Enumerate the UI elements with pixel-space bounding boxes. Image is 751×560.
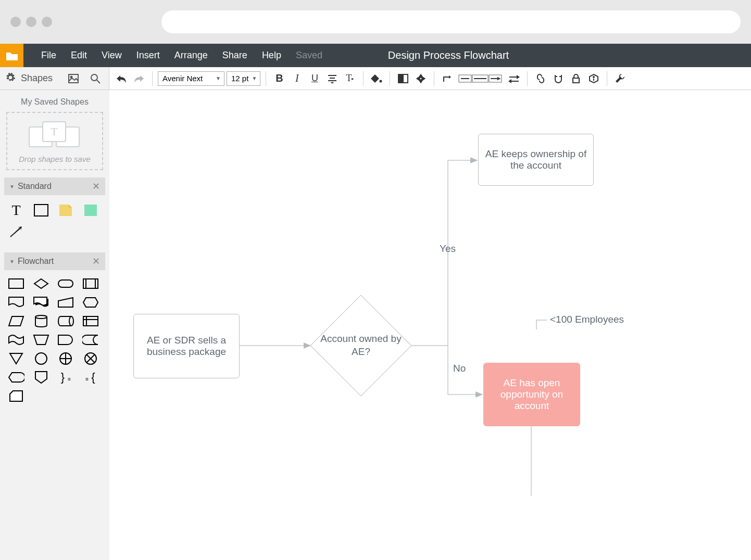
edge-label-yes: Yes	[440, 243, 456, 254]
fc-manualinput[interactable]	[57, 295, 74, 310]
menu-arrange[interactable]: Arrange	[167, 50, 215, 61]
fc-offpage[interactable]	[32, 370, 50, 385]
swap-ends-button[interactable]	[506, 71, 522, 86]
fc-multidoc[interactable]	[32, 295, 50, 310]
line-elbow-button[interactable]	[440, 71, 455, 86]
image-icon[interactable]	[65, 70, 82, 87]
wrench-button[interactable]	[612, 71, 628, 86]
link-button[interactable]	[533, 71, 548, 86]
menu-items: File Edit View Insert Arrange Share Help…	[34, 50, 330, 61]
underline-button[interactable]: U	[307, 71, 322, 86]
svg-line-23	[10, 228, 20, 237]
gear-icon[interactable]	[5, 72, 16, 85]
document-title[interactable]: Design Process Flowchart	[388, 49, 509, 61]
fc-display[interactable]	[7, 370, 25, 385]
menu-view[interactable]: View	[94, 50, 129, 61]
formatting-toolbar: Avenir Next 12 pt B I U T▸	[109, 67, 751, 90]
svg-rect-9	[398, 74, 403, 83]
fc-card[interactable]	[7, 389, 25, 403]
node-no-outcome[interactable]: AE has open opportunity on account	[483, 363, 580, 426]
node-yes-outcome[interactable]: AE keeps ownership of the account	[478, 134, 594, 186]
text-shape[interactable]: T	[7, 201, 25, 219]
svg-point-34	[35, 353, 47, 364]
saved-shapes-title: My Saved Shapes	[6, 97, 103, 107]
shapes-label: Shapes	[21, 73, 60, 84]
collapse-icon: ▼	[9, 259, 15, 264]
close-icon[interactable]: ✕	[92, 256, 100, 267]
fc-preparation[interactable]	[82, 295, 99, 310]
svg-rect-24	[9, 279, 23, 288]
standard-shapes: T	[0, 195, 109, 247]
fc-connector[interactable]	[32, 351, 50, 366]
library-icon: T	[29, 121, 81, 149]
annotation-label: <100 Employees	[550, 314, 624, 325]
save-status: Saved	[289, 50, 330, 61]
node-start[interactable]: AE or SDR sells a business package	[133, 314, 240, 378]
standard-panel-header[interactable]: ▼ Standard ✕	[4, 177, 105, 195]
fc-sumjunction[interactable]	[82, 351, 99, 366]
url-bar[interactable]	[161, 10, 741, 33]
drop-hint: Drop shapes to save	[19, 155, 91, 163]
traffic-close-icon[interactable]	[10, 17, 21, 27]
magnet-button[interactable]	[550, 71, 566, 86]
fc-or[interactable]	[57, 351, 74, 366]
traffic-max-icon[interactable]	[42, 17, 52, 27]
fc-papertape[interactable]	[7, 333, 25, 347]
undo-button[interactable]	[114, 71, 129, 86]
fc-decision[interactable]	[32, 276, 50, 291]
font-family-select[interactable]: Avenir Next	[158, 71, 224, 86]
svg-rect-22	[84, 205, 97, 216]
fill-button[interactable]	[369, 71, 384, 86]
menu-help[interactable]: Help	[255, 50, 289, 61]
node-text: AE has open opportunity on account	[489, 377, 575, 412]
fc-internalstorage[interactable]	[82, 314, 99, 328]
font-size-select[interactable]: 12 pt	[227, 71, 260, 86]
italic-button[interactable]: I	[289, 71, 305, 86]
position-button[interactable]	[413, 71, 429, 86]
flowchart-panel-header[interactable]: ▼ Flowchart ✕	[4, 252, 105, 270]
lock-button[interactable]	[568, 71, 584, 86]
redo-button[interactable]	[131, 71, 147, 86]
note-shape[interactable]	[57, 201, 74, 219]
fc-manualop[interactable]	[32, 333, 50, 347]
fc-rbrace[interactable]: } ≡	[57, 370, 74, 385]
arrow-shape[interactable]	[7, 223, 25, 241]
close-icon[interactable]: ✕	[92, 181, 100, 192]
fc-database[interactable]	[32, 314, 50, 328]
rect-shape[interactable]	[32, 201, 50, 219]
svg-point-29	[35, 315, 47, 319]
search-icon[interactable]	[87, 70, 104, 87]
fc-terminator[interactable]	[57, 276, 74, 291]
bold-button[interactable]: B	[271, 71, 287, 86]
info-button[interactable]	[586, 71, 602, 86]
block-shape[interactable]	[82, 201, 99, 219]
menubar: File Edit View Insert Arrange Share Help…	[0, 44, 751, 67]
shapes-sidebar: My Saved Shapes T Drop shapes to save ▼ …	[0, 90, 109, 560]
svg-rect-21	[34, 205, 48, 216]
line-style-picker[interactable]	[457, 71, 504, 86]
browser-chrome	[0, 0, 751, 44]
node-text: AE or SDR sells a business package	[139, 335, 234, 358]
fc-storeddata[interactable]	[82, 333, 99, 347]
fc-directdata[interactable]	[57, 314, 74, 328]
fc-process[interactable]	[7, 276, 25, 291]
toolbar-row: Shapes Avenir Next 12 pt B I U	[0, 67, 751, 90]
fc-merge[interactable]	[7, 351, 25, 366]
text-options-button[interactable]: T▸	[342, 71, 358, 86]
menu-share[interactable]: Share	[215, 50, 255, 61]
menu-insert[interactable]: Insert	[129, 50, 167, 61]
traffic-min-icon[interactable]	[26, 17, 36, 27]
fc-document[interactable]	[7, 295, 25, 310]
menu-file[interactable]: File	[34, 50, 64, 61]
fc-delay[interactable]	[57, 333, 74, 347]
border-width-button[interactable]	[395, 71, 411, 86]
fc-predefined[interactable]	[82, 276, 99, 291]
saved-shapes-dropzone[interactable]: My Saved Shapes T Drop shapes to save	[6, 97, 103, 170]
menu-edit[interactable]: Edit	[64, 50, 94, 61]
node-decision[interactable]: Account owned by AE?	[310, 295, 411, 396]
app-logo-icon[interactable]	[0, 44, 23, 67]
align-button[interactable]	[324, 71, 340, 86]
fc-lbrace[interactable]: ≡ {	[82, 370, 99, 385]
fc-data[interactable]	[7, 314, 25, 328]
diagram-canvas[interactable]: AE or SDR sells a business package Accou…	[109, 90, 751, 560]
